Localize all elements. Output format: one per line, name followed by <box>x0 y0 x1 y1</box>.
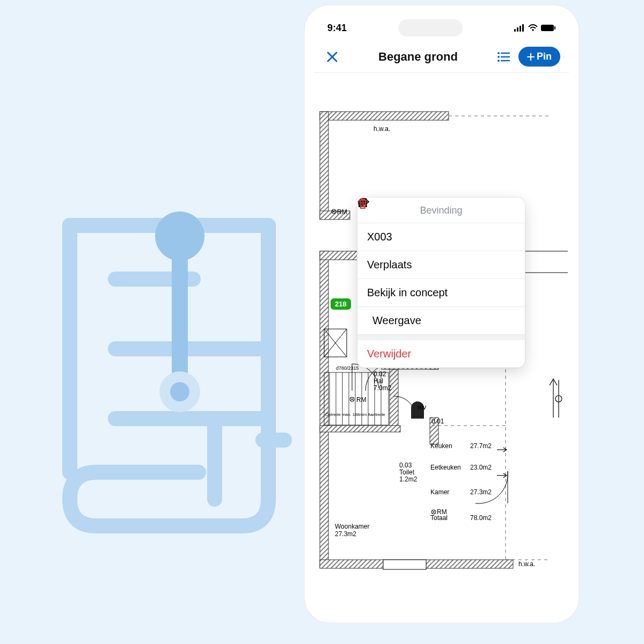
label-mv: mv <box>418 404 426 411</box>
svg-point-1 <box>155 211 204 261</box>
list-view-button[interactable] <box>495 48 513 66</box>
trash-icon <box>503 348 515 360</box>
pin-id: X003 <box>367 231 392 243</box>
svg-rect-7 <box>522 24 524 32</box>
menu-item-delete[interactable]: Verwijder <box>357 335 525 368</box>
status-time: 9:41 <box>327 23 347 34</box>
stair-note: Optrede max. 188mm Aantrede <box>325 412 385 417</box>
phone-frame: 9:41 Begane grond Pin <box>305 5 579 623</box>
eye-icon <box>503 287 515 299</box>
svg-rect-9 <box>541 25 554 31</box>
room8-area: 27.3m2 <box>335 530 356 538</box>
add-pin-label: Pin <box>537 51 552 62</box>
menu-item-edit[interactable]: X003 <box>357 223 525 251</box>
svg-rect-5 <box>517 27 518 32</box>
svg-rect-10 <box>554 26 555 30</box>
pencil-icon <box>503 231 515 243</box>
page-title: Begane grond <box>347 50 489 64</box>
svg-rect-4 <box>514 29 516 32</box>
popup-title: Bevinding <box>357 197 525 223</box>
svg-rect-28 <box>320 426 400 432</box>
label-hwa-top: h.w.a. <box>374 125 390 133</box>
status-icons <box>514 24 556 32</box>
room4-name: Eetkeuken <box>430 464 461 471</box>
room8-name: Woonkamer <box>335 523 369 530</box>
decorative-blueprint-icon <box>38 193 306 544</box>
menu-item-display[interactable]: Weergave <box>357 307 525 335</box>
room5-num: 0.03 <box>399 462 412 469</box>
svg-point-3 <box>170 382 189 401</box>
plus-icon <box>527 53 535 61</box>
svg-rect-20 <box>320 112 328 219</box>
room3-area: 27.7m2 <box>470 442 492 450</box>
add-pin-button[interactable]: Pin <box>518 47 560 67</box>
room4-area: 23.0m2 <box>470 464 492 471</box>
label-hwa-bot: h.w.a. <box>518 560 535 568</box>
close-button[interactable] <box>323 48 341 66</box>
label-d780: d780/2315 <box>336 365 359 371</box>
close-icon <box>326 51 338 63</box>
menu-item-move[interactable]: Verplaats <box>357 251 525 279</box>
room5-name: Toilet <box>399 469 414 476</box>
room1-area: 7.0m2 <box>374 384 391 392</box>
room1-name: Hal <box>374 377 383 385</box>
wifi-icon <box>528 24 538 32</box>
room6-area: 27.3m2 <box>470 488 492 496</box>
label-rm1: RM <box>337 208 347 216</box>
list-icon <box>497 52 510 62</box>
move-icon <box>503 259 515 271</box>
label-rm2: RM <box>356 396 367 404</box>
room1-num: 0.02 <box>374 370 386 378</box>
map-pin-218[interactable]: 218 <box>331 298 351 310</box>
room5-area: 1.2m2 <box>399 475 417 483</box>
svg-rect-19 <box>320 112 449 120</box>
svg-point-8 <box>532 29 534 31</box>
svg-point-16 <box>497 60 500 62</box>
room7-area: 78.0m2 <box>470 514 492 522</box>
app-header: Begane grond Pin <box>314 41 569 73</box>
phone-screen: 9:41 Begane grond Pin <box>314 15 569 613</box>
menu-item-view-concept[interactable]: Bekijk in concept <box>357 279 525 307</box>
svg-point-15 <box>497 56 500 58</box>
svg-point-14 <box>497 52 500 54</box>
svg-rect-51 <box>383 560 426 569</box>
battery-icon <box>541 24 556 32</box>
pin-context-menu: Bevinding X003 Verplaats Bekijk in conce… <box>357 197 525 368</box>
pin-shape-icon <box>503 315 515 327</box>
svg-rect-6 <box>519 26 521 32</box>
room6-name: Kamer <box>430 488 449 496</box>
floor-plan-canvas[interactable]: h.w.a. h.w.a. RM RM RM mv d780/2315 d880… <box>314 74 569 613</box>
room2-num: 0.01 <box>431 418 444 425</box>
room3-name: Keuken <box>430 442 452 450</box>
status-bar: 9:41 <box>314 15 569 41</box>
dynamic-island <box>398 19 463 36</box>
room7-name: Totaal <box>430 514 448 522</box>
svg-rect-27 <box>390 369 398 428</box>
cellular-icon <box>514 24 525 32</box>
